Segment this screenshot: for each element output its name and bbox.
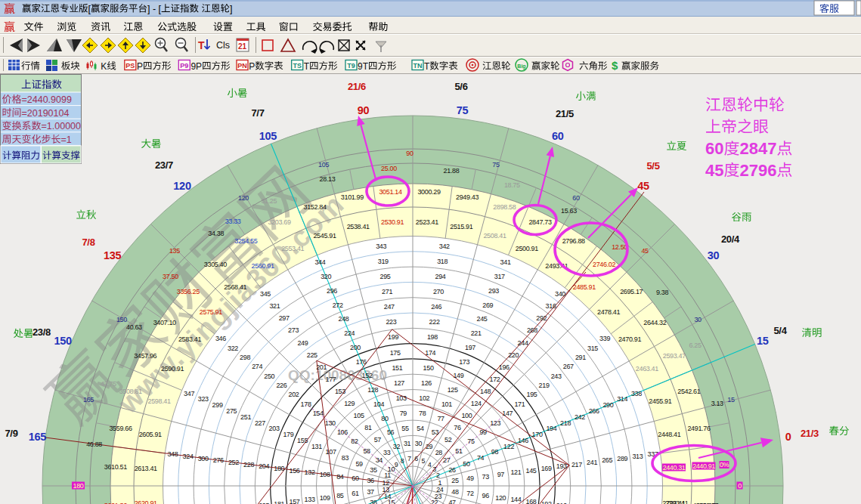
svg-text:97: 97 xyxy=(497,471,505,478)
svg-text:3356.25: 3356.25 xyxy=(177,288,200,295)
svg-text:324: 324 xyxy=(183,453,194,460)
svg-text:165: 165 xyxy=(29,431,47,443)
svg-text:109: 109 xyxy=(320,494,330,502)
svg-text:2560.91: 2560.91 xyxy=(252,262,274,270)
svg-text:75: 75 xyxy=(457,104,469,116)
svg-text:2583.41: 2583.41 xyxy=(178,335,201,343)
svg-text:84: 84 xyxy=(336,473,344,481)
svg-text:=1.00000: =1.00000 xyxy=(42,121,82,131)
svg-text:170: 170 xyxy=(532,431,543,438)
svg-text:247: 247 xyxy=(384,303,395,311)
svg-text:P: P xyxy=(137,61,143,72)
svg-text:2500.91: 2500.91 xyxy=(516,245,538,252)
svg-text:45: 45 xyxy=(641,247,649,255)
svg-text:9: 9 xyxy=(395,461,398,468)
svg-text:2568.41: 2568.41 xyxy=(224,283,246,291)
svg-text:60: 60 xyxy=(552,130,564,142)
svg-text:2898.58: 2898.58 xyxy=(493,203,516,211)
svg-text:102: 102 xyxy=(419,394,429,402)
svg-text:100: 100 xyxy=(461,412,472,419)
svg-text:60: 60 xyxy=(352,475,359,482)
svg-text:2508.41: 2508.41 xyxy=(483,232,506,240)
svg-text:32: 32 xyxy=(393,443,401,450)
svg-text:59: 59 xyxy=(355,460,363,468)
svg-text:25: 25 xyxy=(451,477,459,484)
svg-text:2949.43: 2949.43 xyxy=(456,193,479,201)
svg-text:151: 151 xyxy=(392,364,402,372)
svg-text:2598.41: 2598.41 xyxy=(148,397,171,405)
svg-text:$: $ xyxy=(612,59,618,72)
svg-text:202: 202 xyxy=(289,391,299,398)
svg-text:P9: P9 xyxy=(180,62,188,70)
svg-text:126: 126 xyxy=(421,379,432,387)
svg-text:20/4: 20/4 xyxy=(721,233,740,245)
svg-text:313: 313 xyxy=(632,453,643,460)
svg-text:228: 228 xyxy=(243,461,254,468)
svg-text:T: T xyxy=(304,61,310,72)
svg-text:6.25: 6.25 xyxy=(689,342,701,349)
svg-text:339: 339 xyxy=(599,335,610,342)
svg-text:21/3: 21/3 xyxy=(801,428,819,439)
svg-text:120: 120 xyxy=(173,180,191,192)
svg-text:340: 340 xyxy=(555,290,565,298)
svg-text:34: 34 xyxy=(376,456,383,464)
svg-text:169: 169 xyxy=(541,465,552,472)
svg-text:74: 74 xyxy=(477,454,485,462)
svg-text:28.13: 28.13 xyxy=(320,175,336,183)
svg-text:45: 45 xyxy=(637,180,649,192)
svg-text:79: 79 xyxy=(400,410,407,417)
svg-text:=20190104: =20190104 xyxy=(22,108,70,119)
svg-text:130: 130 xyxy=(325,419,336,427)
svg-text:60: 60 xyxy=(705,139,723,158)
svg-text:21: 21 xyxy=(238,42,247,51)
svg-text:2545.91: 2545.91 xyxy=(313,232,336,240)
svg-text:180: 180 xyxy=(274,465,284,472)
svg-text:2605.91: 2605.91 xyxy=(139,431,162,438)
svg-text:200: 200 xyxy=(350,344,361,351)
svg-text:29: 29 xyxy=(426,443,433,450)
svg-text:3254.55: 3254.55 xyxy=(234,237,257,245)
svg-text:2440.91: 2440.91 xyxy=(692,462,715,470)
svg-text:1: 1 xyxy=(438,479,441,487)
svg-text:246: 246 xyxy=(431,303,441,311)
svg-text:224: 224 xyxy=(344,329,355,337)
svg-text:249: 249 xyxy=(297,339,308,347)
svg-text:292: 292 xyxy=(536,314,547,322)
svg-text:221: 221 xyxy=(471,329,482,337)
svg-text:225: 225 xyxy=(307,351,317,359)
svg-text:266: 266 xyxy=(589,407,599,415)
svg-text:268: 268 xyxy=(527,326,537,334)
svg-text:2590.91: 2590.91 xyxy=(161,365,184,373)
svg-text:125: 125 xyxy=(448,386,458,394)
svg-text:244: 244 xyxy=(518,339,528,347)
svg-text:76: 76 xyxy=(454,424,461,431)
svg-text:105: 105 xyxy=(318,161,329,169)
svg-text:226: 226 xyxy=(276,382,286,389)
svg-text:2542.61: 2542.61 xyxy=(677,388,700,395)
svg-text:196: 196 xyxy=(499,363,509,371)
svg-text:2553.41: 2553.41 xyxy=(281,245,304,252)
svg-text:289: 289 xyxy=(617,455,627,462)
svg-text:132: 132 xyxy=(305,468,315,476)
svg-text:37: 37 xyxy=(367,488,374,496)
svg-text:197: 197 xyxy=(465,344,475,351)
svg-text:30: 30 xyxy=(708,249,720,261)
svg-text:15: 15 xyxy=(757,335,769,347)
svg-text:291: 291 xyxy=(575,354,586,361)
svg-text:344: 344 xyxy=(314,258,325,266)
svg-text:18.75: 18.75 xyxy=(504,181,520,189)
svg-text:173: 173 xyxy=(459,358,469,366)
svg-text:2478.41: 2478.41 xyxy=(597,308,620,316)
svg-text:296: 296 xyxy=(327,287,337,295)
svg-text:26: 26 xyxy=(448,466,456,474)
svg-text:54: 54 xyxy=(417,425,424,432)
svg-text:30: 30 xyxy=(415,440,423,447)
svg-text:0%: 0% xyxy=(720,461,729,468)
svg-text:2530.91: 2530.91 xyxy=(381,218,404,226)
svg-text:273: 273 xyxy=(288,326,299,334)
svg-text:252: 252 xyxy=(228,459,239,466)
svg-text:192: 192 xyxy=(541,500,552,504)
svg-text:204: 204 xyxy=(259,462,269,470)
svg-text:46.88: 46.88 xyxy=(86,441,102,448)
svg-text:293: 293 xyxy=(488,287,499,295)
